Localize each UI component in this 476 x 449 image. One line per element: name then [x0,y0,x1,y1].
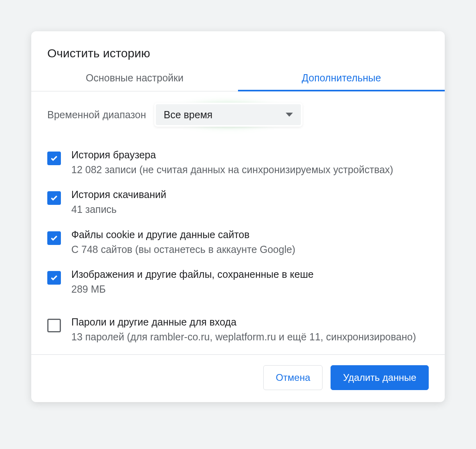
check-row-cached-images[interactable]: Изображения и другие файлы, сохраненные … [47,265,429,304]
dialog-title: Очистить историю [31,31,445,72]
checkbox-cached-images[interactable] [47,271,61,285]
check-row-passwords[interactable]: Пароли и другие данные для входа 13 паро… [31,312,445,354]
delete-data-button[interactable]: Удалить данные [331,365,429,390]
clear-browsing-data-dialog: Очистить историю Основные настройки Допо… [31,31,445,402]
check-text: История скачиваний 41 запись [71,189,166,216]
item-subtitle: 289 МБ [71,282,314,296]
check-row-downloads[interactable]: История скачиваний 41 запись [47,185,429,224]
cancel-button[interactable]: Отмена [263,365,323,390]
item-title: Пароли и другие данные для входа [71,316,416,328]
item-subtitle: 41 запись [71,202,166,216]
dialog-footer: Отмена Удалить данные [31,354,445,402]
check-text: Изображения и другие файлы, сохраненные … [71,269,314,296]
checkmark-icon [50,154,58,162]
checklist-highlight: История браузера 12 082 записи (не счита… [39,138,437,307]
check-row-cookies[interactable]: Файлы cookie и другие данные сайтов С 74… [47,225,429,265]
tab-basic[interactable]: Основные настройки [31,72,238,91]
checkmark-icon [50,274,58,282]
item-title: Изображения и другие файлы, сохраненные … [71,269,314,280]
check-text: История браузера 12 082 записи (не счита… [71,149,393,177]
check-row-browsing-history[interactable]: История браузера 12 082 записи (не счита… [47,145,429,185]
time-range-label: Временной диапазон [47,109,146,121]
checkmark-icon [50,234,58,242]
checkbox-browsing-history[interactable] [47,152,61,165]
checkmark-icon [50,194,58,202]
item-subtitle: 13 паролей (для rambler-co.ru, weplatfor… [71,330,416,344]
chevron-down-icon [286,113,293,117]
item-subtitle: С 748 сайтов (вы останетесь в аккаунте G… [71,242,295,257]
time-range-select[interactable]: Все время [154,103,303,127]
checkbox-cookies[interactable] [47,231,61,245]
tabs: Основные настройки Дополнительные [31,72,445,91]
checklist: История браузера 12 082 записи (не счита… [39,138,437,307]
tab-advanced[interactable]: Дополнительные [238,72,445,91]
item-title: Файлы cookie и другие данные сайтов [71,229,295,241]
checkbox-downloads[interactable] [47,191,61,205]
item-subtitle: 12 082 записи (не считая данных на синхр… [71,162,393,177]
item-title: История браузера [71,149,393,161]
time-range-value: Все время [164,109,213,121]
item-title: История скачиваний [71,189,166,200]
check-text: Файлы cookie и другие данные сайтов С 74… [71,229,295,257]
time-range-highlight: Все время [154,103,303,127]
checkbox-passwords[interactable] [47,319,61,332]
check-text: Пароли и другие данные для входа 13 паро… [71,316,416,344]
